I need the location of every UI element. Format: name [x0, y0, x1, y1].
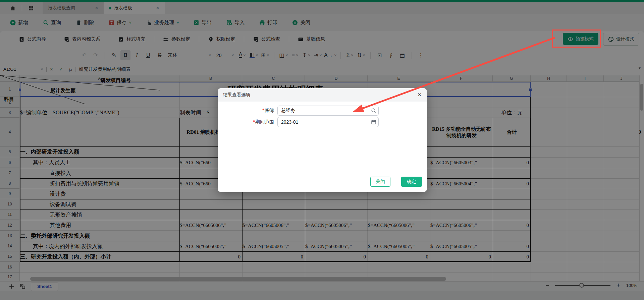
search-icon[interactable]: [371, 108, 376, 113]
dialog-close-button[interactable]: 关闭: [370, 177, 390, 187]
period-label: *期间范围: [218, 119, 274, 125]
dialog-title: 结果查看选项: [223, 92, 250, 98]
dialog-header: 结果查看选项 ✕: [218, 88, 427, 102]
dialog-footer: 关闭 确定: [218, 171, 427, 192]
period-input[interactable]: [277, 117, 379, 127]
ledger-input[interactable]: [277, 106, 379, 116]
app-window: 报表模板查询✕报表模板✕ 新增查询删除保存∨业务处理∨导出导入打印关闭 公式向导…: [0, 0, 644, 300]
field-row-ledger: *账簿: [218, 106, 427, 116]
ledger-label: *账簿: [218, 108, 274, 114]
dialog-ok-button[interactable]: 确定: [401, 177, 422, 187]
required-asterisk: *: [263, 108, 264, 113]
annotation-highlight-box: [552, 29, 601, 48]
calendar-icon[interactable]: [371, 119, 376, 125]
result-view-options-dialog: 结果查看选项 ✕ *账簿 *期间范围 关闭 确定: [218, 88, 427, 192]
field-row-period: *期间范围: [218, 117, 427, 127]
required-asterisk: *: [253, 119, 255, 124]
dialog-close-icon[interactable]: ✕: [417, 92, 422, 98]
